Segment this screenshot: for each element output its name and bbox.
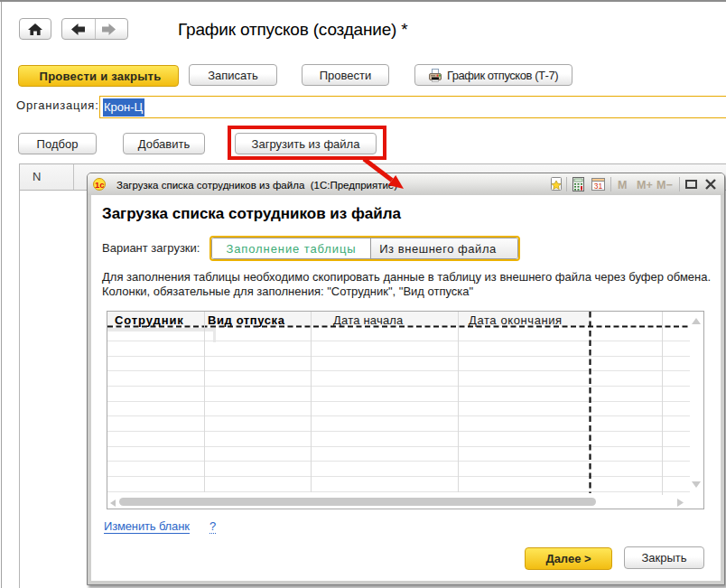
svg-text:31: 31 bbox=[594, 182, 603, 191]
svg-text:1с: 1с bbox=[95, 180, 105, 190]
